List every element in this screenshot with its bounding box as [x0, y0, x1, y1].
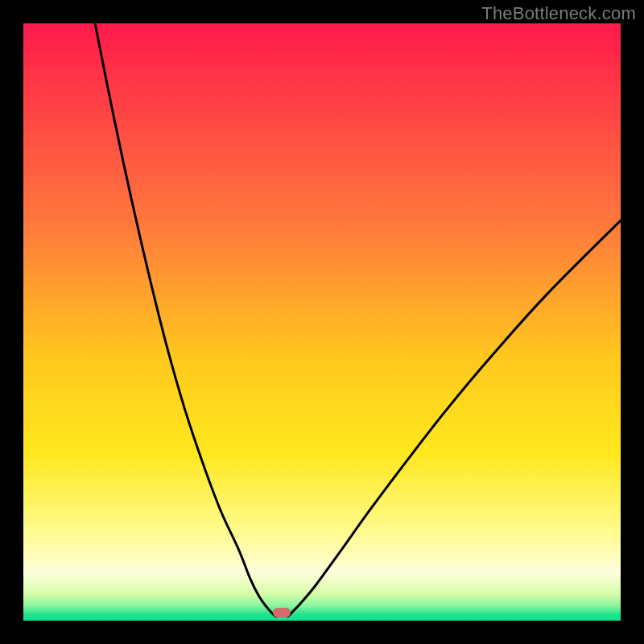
watermark-text: TheBottleneck.com [481, 3, 636, 24]
plot-area [23, 23, 621, 621]
chart-frame: TheBottleneck.com [0, 0, 644, 644]
optimal-marker [273, 608, 291, 617]
bottleneck-curve [23, 23, 621, 621]
